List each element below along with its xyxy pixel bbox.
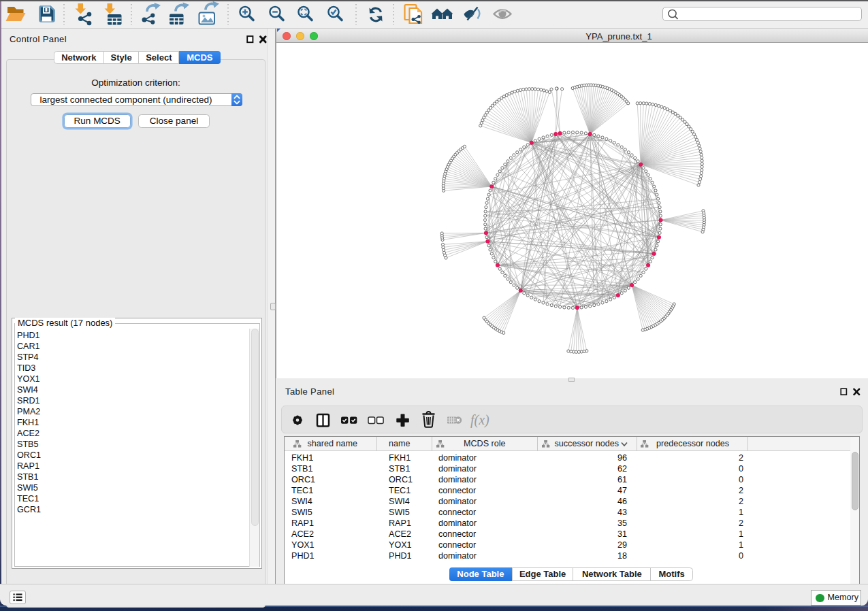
svg-text:f(x): f(x) [470, 412, 489, 428]
